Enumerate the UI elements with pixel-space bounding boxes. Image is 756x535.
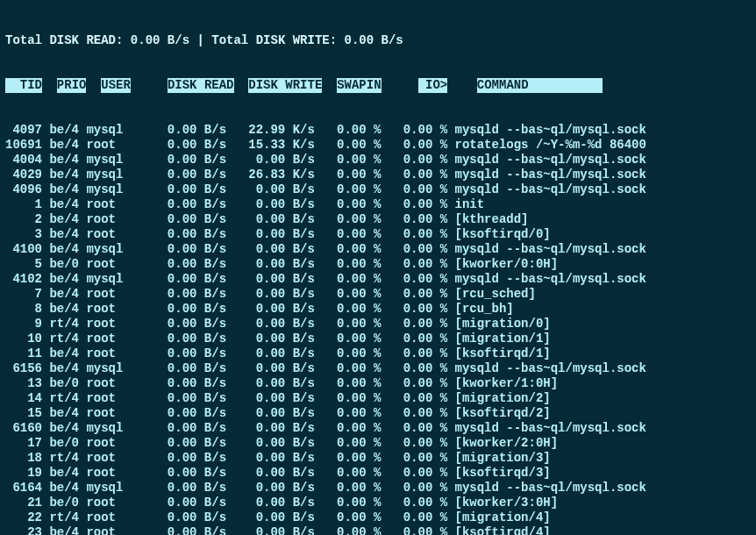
process-row[interactable]: 11 be/4 root 0.00 B/s 0.00 B/s 0.00 % 0.… [5, 346, 751, 361]
process-row[interactable]: 10691 be/4 root 0.00 B/s 15.33 K/s 0.00 … [5, 138, 751, 153]
process-row[interactable]: 4097 be/4 mysql 0.00 B/s 22.99 K/s 0.00 … [5, 123, 751, 138]
column-header-row: TID PRIO USER DISK READ DISK WRITE SWAPI… [5, 78, 751, 93]
process-row[interactable]: 14 rt/4 root 0.00 B/s 0.00 B/s 0.00 % 0.… [5, 391, 751, 406]
process-row[interactable]: 17 be/0 root 0.00 B/s 0.00 B/s 0.00 % 0.… [5, 436, 751, 451]
process-row[interactable]: 22 rt/4 root 0.00 B/s 0.00 B/s 0.00 % 0.… [5, 510, 751, 525]
process-row[interactable]: 1 be/4 root 0.00 B/s 0.00 B/s 0.00 % 0.0… [5, 197, 751, 212]
process-row[interactable]: 4102 be/4 mysql 0.00 B/s 0.00 B/s 0.00 %… [5, 272, 751, 287]
iotop-screen: Total DISK READ: 0.00 B/s | Total DISK W… [0, 0, 756, 535]
col-swapin[interactable]: SWAPIN [337, 78, 381, 93]
process-row[interactable]: 4004 be/4 mysql 0.00 B/s 0.00 B/s 0.00 %… [5, 153, 751, 168]
process-row[interactable]: 5 be/0 root 0.00 B/s 0.00 B/s 0.00 % 0.0… [5, 257, 751, 272]
col-prio[interactable]: PRIO [57, 78, 87, 93]
process-row[interactable]: 23 be/4 root 0.00 B/s 0.00 B/s 0.00 % 0.… [5, 525, 751, 535]
total-write-value: 0.00 B/s [345, 33, 403, 47]
process-row[interactable]: 15 be/4 root 0.00 B/s 0.00 B/s 0.00 % 0.… [5, 406, 751, 421]
col-user[interactable]: USER [101, 78, 131, 93]
summary-separator: | [196, 33, 203, 47]
col-disk-write[interactable]: DISK WRITE [248, 78, 322, 93]
col-disk-read[interactable]: DISK READ [168, 78, 234, 93]
process-row[interactable]: 4100 be/4 mysql 0.00 B/s 0.00 B/s 0.00 %… [5, 242, 751, 257]
process-row[interactable]: 18 rt/4 root 0.00 B/s 0.00 B/s 0.00 % 0.… [5, 451, 751, 466]
total-read-value: 0.00 B/s [131, 33, 189, 47]
process-row[interactable]: 3 be/4 root 0.00 B/s 0.00 B/s 0.00 % 0.0… [5, 227, 751, 242]
process-row[interactable]: 19 be/4 root 0.00 B/s 0.00 B/s 0.00 % 0.… [5, 466, 751, 481]
process-row[interactable]: 13 be/0 root 0.00 B/s 0.00 B/s 0.00 % 0.… [5, 376, 751, 391]
col-io[interactable]: IO> [418, 78, 448, 93]
process-row[interactable]: 4096 be/4 mysql 0.00 B/s 0.00 B/s 0.00 %… [5, 182, 751, 197]
total-read-label: Total DISK READ: [5, 33, 123, 47]
col-command[interactable]: COMMAND [477, 78, 603, 93]
process-row[interactable]: 6160 be/4 mysql 0.00 B/s 0.00 B/s 0.00 %… [5, 421, 751, 436]
process-list: 4097 be/4 mysql 0.00 B/s 22.99 K/s 0.00 … [5, 123, 751, 535]
process-row[interactable]: 6164 be/4 mysql 0.00 B/s 0.00 B/s 0.00 %… [5, 481, 751, 496]
summary-line: Total DISK READ: 0.00 B/s | Total DISK W… [5, 33, 751, 48]
process-row[interactable]: 9 rt/4 root 0.00 B/s 0.00 B/s 0.00 % 0.0… [5, 317, 751, 332]
process-row[interactable]: 21 be/0 root 0.00 B/s 0.00 B/s 0.00 % 0.… [5, 496, 751, 510]
total-write-label: Total DISK WRITE: [211, 33, 337, 47]
col-tid[interactable]: TID [5, 78, 42, 93]
process-row[interactable]: 2 be/4 root 0.00 B/s 0.00 B/s 0.00 % 0.0… [5, 212, 751, 227]
process-row[interactable]: 7 be/4 root 0.00 B/s 0.00 B/s 0.00 % 0.0… [5, 287, 751, 302]
process-row[interactable]: 8 be/4 root 0.00 B/s 0.00 B/s 0.00 % 0.0… [5, 302, 751, 317]
process-row[interactable]: 6156 be/4 mysql 0.00 B/s 0.00 B/s 0.00 %… [5, 361, 751, 376]
process-row[interactable]: 4029 be/4 mysql 0.00 B/s 26.83 K/s 0.00 … [5, 168, 751, 182]
process-row[interactable]: 10 rt/4 root 0.00 B/s 0.00 B/s 0.00 % 0.… [5, 332, 751, 346]
